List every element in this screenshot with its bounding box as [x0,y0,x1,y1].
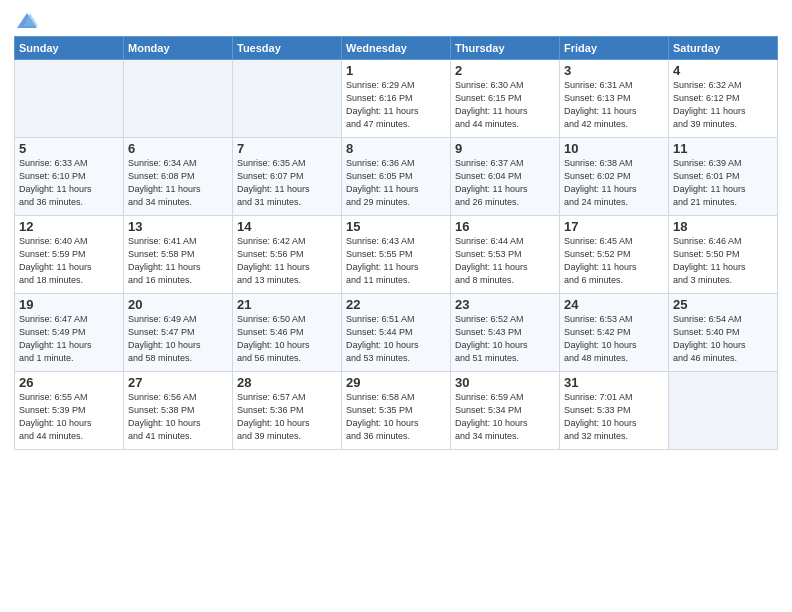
day-number: 16 [455,219,555,234]
day-cell: 22Sunrise: 6:51 AM Sunset: 5:44 PM Dayli… [342,294,451,372]
day-info: Sunrise: 6:55 AM Sunset: 5:39 PM Dayligh… [19,391,119,443]
day-number: 3 [564,63,664,78]
day-info: Sunrise: 6:36 AM Sunset: 6:05 PM Dayligh… [346,157,446,209]
day-cell: 13Sunrise: 6:41 AM Sunset: 5:58 PM Dayli… [124,216,233,294]
day-number: 29 [346,375,446,390]
day-cell: 5Sunrise: 6:33 AM Sunset: 6:10 PM Daylig… [15,138,124,216]
header [14,10,778,32]
day-number: 19 [19,297,119,312]
day-cell: 28Sunrise: 6:57 AM Sunset: 5:36 PM Dayli… [233,372,342,450]
day-info: Sunrise: 6:34 AM Sunset: 6:08 PM Dayligh… [128,157,228,209]
day-number: 30 [455,375,555,390]
day-cell: 27Sunrise: 6:56 AM Sunset: 5:38 PM Dayli… [124,372,233,450]
day-cell: 30Sunrise: 6:59 AM Sunset: 5:34 PM Dayli… [451,372,560,450]
day-info: Sunrise: 6:30 AM Sunset: 6:15 PM Dayligh… [455,79,555,131]
day-info: Sunrise: 6:31 AM Sunset: 6:13 PM Dayligh… [564,79,664,131]
day-number: 15 [346,219,446,234]
day-info: Sunrise: 6:32 AM Sunset: 6:12 PM Dayligh… [673,79,773,131]
day-info: Sunrise: 6:53 AM Sunset: 5:42 PM Dayligh… [564,313,664,365]
day-number: 26 [19,375,119,390]
day-info: Sunrise: 6:49 AM Sunset: 5:47 PM Dayligh… [128,313,228,365]
day-info: Sunrise: 6:44 AM Sunset: 5:53 PM Dayligh… [455,235,555,287]
day-cell: 11Sunrise: 6:39 AM Sunset: 6:01 PM Dayli… [669,138,778,216]
day-number: 24 [564,297,664,312]
day-cell [669,372,778,450]
day-cell [15,60,124,138]
day-info: Sunrise: 6:41 AM Sunset: 5:58 PM Dayligh… [128,235,228,287]
col-header-wednesday: Wednesday [342,37,451,60]
day-number: 23 [455,297,555,312]
col-header-sunday: Sunday [15,37,124,60]
day-number: 9 [455,141,555,156]
day-cell: 6Sunrise: 6:34 AM Sunset: 6:08 PM Daylig… [124,138,233,216]
day-cell: 18Sunrise: 6:46 AM Sunset: 5:50 PM Dayli… [669,216,778,294]
day-info: Sunrise: 6:40 AM Sunset: 5:59 PM Dayligh… [19,235,119,287]
day-number: 21 [237,297,337,312]
col-header-friday: Friday [560,37,669,60]
week-row-2: 5Sunrise: 6:33 AM Sunset: 6:10 PM Daylig… [15,138,778,216]
day-number: 27 [128,375,228,390]
col-header-thursday: Thursday [451,37,560,60]
day-cell: 26Sunrise: 6:55 AM Sunset: 5:39 PM Dayli… [15,372,124,450]
day-cell: 14Sunrise: 6:42 AM Sunset: 5:56 PM Dayli… [233,216,342,294]
day-cell: 3Sunrise: 6:31 AM Sunset: 6:13 PM Daylig… [560,60,669,138]
logo-icon [16,10,38,32]
day-number: 18 [673,219,773,234]
day-cell: 23Sunrise: 6:52 AM Sunset: 5:43 PM Dayli… [451,294,560,372]
page-container: SundayMondayTuesdayWednesdayThursdayFrid… [0,0,792,458]
week-row-4: 19Sunrise: 6:47 AM Sunset: 5:49 PM Dayli… [15,294,778,372]
day-cell: 16Sunrise: 6:44 AM Sunset: 5:53 PM Dayli… [451,216,560,294]
col-header-saturday: Saturday [669,37,778,60]
day-info: Sunrise: 6:33 AM Sunset: 6:10 PM Dayligh… [19,157,119,209]
day-info: Sunrise: 6:47 AM Sunset: 5:49 PM Dayligh… [19,313,119,365]
day-number: 13 [128,219,228,234]
day-info: Sunrise: 6:54 AM Sunset: 5:40 PM Dayligh… [673,313,773,365]
day-cell: 7Sunrise: 6:35 AM Sunset: 6:07 PM Daylig… [233,138,342,216]
day-info: Sunrise: 6:59 AM Sunset: 5:34 PM Dayligh… [455,391,555,443]
day-number: 1 [346,63,446,78]
day-number: 2 [455,63,555,78]
day-cell: 2Sunrise: 6:30 AM Sunset: 6:15 PM Daylig… [451,60,560,138]
header-row: SundayMondayTuesdayWednesdayThursdayFrid… [15,37,778,60]
day-cell: 31Sunrise: 7:01 AM Sunset: 5:33 PM Dayli… [560,372,669,450]
col-header-tuesday: Tuesday [233,37,342,60]
day-cell: 25Sunrise: 6:54 AM Sunset: 5:40 PM Dayli… [669,294,778,372]
day-cell: 12Sunrise: 6:40 AM Sunset: 5:59 PM Dayli… [15,216,124,294]
day-info: Sunrise: 6:38 AM Sunset: 6:02 PM Dayligh… [564,157,664,209]
week-row-5: 26Sunrise: 6:55 AM Sunset: 5:39 PM Dayli… [15,372,778,450]
day-number: 20 [128,297,228,312]
day-cell: 17Sunrise: 6:45 AM Sunset: 5:52 PM Dayli… [560,216,669,294]
day-cell: 24Sunrise: 6:53 AM Sunset: 5:42 PM Dayli… [560,294,669,372]
day-info: Sunrise: 6:42 AM Sunset: 5:56 PM Dayligh… [237,235,337,287]
calendar-table: SundayMondayTuesdayWednesdayThursdayFrid… [14,36,778,450]
day-cell: 9Sunrise: 6:37 AM Sunset: 6:04 PM Daylig… [451,138,560,216]
day-number: 17 [564,219,664,234]
day-info: Sunrise: 6:52 AM Sunset: 5:43 PM Dayligh… [455,313,555,365]
day-number: 12 [19,219,119,234]
day-number: 8 [346,141,446,156]
day-info: Sunrise: 6:58 AM Sunset: 5:35 PM Dayligh… [346,391,446,443]
day-info: Sunrise: 6:50 AM Sunset: 5:46 PM Dayligh… [237,313,337,365]
day-info: Sunrise: 6:46 AM Sunset: 5:50 PM Dayligh… [673,235,773,287]
col-header-monday: Monday [124,37,233,60]
week-row-1: 1Sunrise: 6:29 AM Sunset: 6:16 PM Daylig… [15,60,778,138]
day-number: 22 [346,297,446,312]
day-info: Sunrise: 6:29 AM Sunset: 6:16 PM Dayligh… [346,79,446,131]
day-number: 28 [237,375,337,390]
day-number: 31 [564,375,664,390]
day-cell: 10Sunrise: 6:38 AM Sunset: 6:02 PM Dayli… [560,138,669,216]
day-number: 7 [237,141,337,156]
day-number: 6 [128,141,228,156]
day-number: 10 [564,141,664,156]
day-info: Sunrise: 6:45 AM Sunset: 5:52 PM Dayligh… [564,235,664,287]
day-info: Sunrise: 6:56 AM Sunset: 5:38 PM Dayligh… [128,391,228,443]
day-cell: 15Sunrise: 6:43 AM Sunset: 5:55 PM Dayli… [342,216,451,294]
week-row-3: 12Sunrise: 6:40 AM Sunset: 5:59 PM Dayli… [15,216,778,294]
day-cell: 20Sunrise: 6:49 AM Sunset: 5:47 PM Dayli… [124,294,233,372]
day-number: 5 [19,141,119,156]
logo [14,10,38,32]
day-cell: 21Sunrise: 6:50 AM Sunset: 5:46 PM Dayli… [233,294,342,372]
day-cell: 4Sunrise: 6:32 AM Sunset: 6:12 PM Daylig… [669,60,778,138]
day-cell [233,60,342,138]
day-number: 14 [237,219,337,234]
